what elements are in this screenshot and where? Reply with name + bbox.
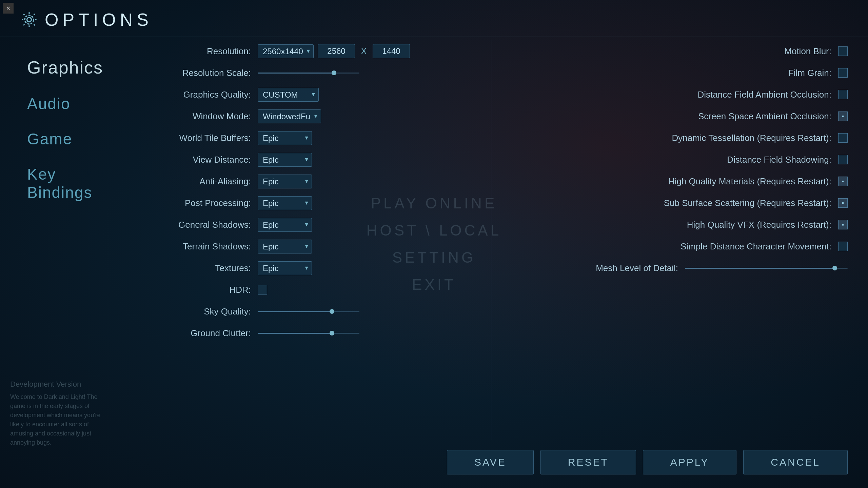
page-title: OPTIONS: [45, 9, 153, 30]
resolution-scale-fill: [258, 73, 334, 74]
world-tile-buffers-label: World Tile Buffers:: [136, 133, 251, 143]
graphics-quality-dropdown[interactable]: CUSTOM Low Medium High Epic: [258, 88, 319, 102]
dfs-checkbox[interactable]: [838, 155, 848, 164]
dfao-row: Distance Field Ambient Occlusion:: [506, 84, 848, 105]
resolution-dropdown-wrapper: 868x488 1920x1080 1280x720 ▼: [258, 44, 314, 58]
graphics-quality-dropdown-wrapper: CUSTOM Low Medium High Epic ▼: [258, 88, 319, 102]
dynamic-tessellation-label: Dynamic Tessellation (Requires Restart):: [672, 133, 831, 143]
sidebar-item-key-bindings[interactable]: Key Bindings: [27, 165, 102, 202]
mesh-lod-track[interactable]: [685, 268, 848, 269]
sky-quality-track[interactable]: [258, 311, 359, 312]
resolution-height-input[interactable]: [373, 44, 410, 58]
terrain-shadows-dropdown[interactable]: EpicHighMediumLow: [258, 240, 312, 253]
resolution-control: 868x488 1920x1080 1280x720 ▼ X: [258, 44, 410, 58]
resolution-x-separator: X: [361, 46, 367, 56]
save-button[interactable]: SAVE: [447, 450, 534, 474]
post-processing-row: Post Processing: EpicHighMediumLow ▼: [136, 192, 478, 214]
svg-point-0: [27, 18, 32, 22]
textures-row: Textures: EpicHighMediumLow ▼: [136, 257, 478, 279]
ground-clutter-label: Ground Clutter:: [136, 328, 251, 339]
simple-distance-checkbox[interactable]: [838, 242, 848, 251]
resolution-scale-label: Resolution Scale:: [136, 68, 251, 78]
close-icon: ✕: [6, 5, 11, 12]
world-tile-buffers-control: EpicHighMediumLow ▼: [258, 131, 312, 145]
ground-clutter-thumb[interactable]: [330, 331, 334, 336]
cancel-button[interactable]: CANCEL: [743, 450, 848, 474]
post-processing-control: EpicHighMediumLow ▼: [258, 196, 312, 210]
dfao-checkbox[interactable]: [838, 90, 848, 99]
sss-row: Sub Surface Scattering (Requires Restart…: [506, 192, 848, 214]
sidebar-item-audio[interactable]: Audio: [27, 95, 102, 113]
post-processing-dropdown-wrapper: EpicHighMediumLow ▼: [258, 196, 312, 210]
header: OPTIONS: [0, 0, 868, 37]
view-distance-control: EpicHighMediumLow ▼: [258, 153, 312, 167]
textures-control: EpicHighMediumLow ▼: [258, 261, 312, 275]
window-mode-dropdown-wrapper: WindowedFu Windowed Fullscreen ▼: [258, 109, 321, 123]
graphics-quality-label: Graphics Quality:: [136, 89, 251, 100]
settings-right-column: Motion Blur: Film Grain: Distance Field …: [492, 37, 868, 443]
simple-distance-label: Simple Distance Character Movement:: [680, 241, 831, 252]
ground-clutter-fill: [258, 333, 332, 334]
hdr-checkbox[interactable]: [258, 285, 267, 294]
hdr-label: HDR:: [136, 285, 251, 295]
post-processing-label: Post Processing:: [136, 198, 251, 208]
dynamic-tessellation-checkbox[interactable]: [838, 133, 848, 143]
view-distance-label: View Distance:: [136, 155, 251, 165]
motion-blur-checkbox[interactable]: [838, 46, 848, 56]
ssao-check-mark: ▪: [842, 113, 844, 120]
ssao-row: Screen Space Ambient Occlusion: ▪: [506, 105, 848, 127]
motion-blur-label: Motion Blur:: [784, 46, 831, 57]
window-mode-dropdown[interactable]: WindowedFu Windowed Fullscreen: [258, 109, 321, 123]
view-distance-row: View Distance: EpicHighMediumLow ▼: [136, 149, 478, 170]
ground-clutter-row: Ground Clutter:: [136, 322, 478, 344]
general-shadows-label: General Shadows:: [136, 220, 251, 230]
resolution-label: Resolution:: [136, 46, 251, 57]
dfao-label: Distance Field Ambient Occlusion:: [697, 89, 831, 100]
dfs-row: Distance Field Shadowing:: [506, 149, 848, 170]
anti-aliasing-row: Anti-Aliasing: EpicHighMediumLow ▼: [136, 170, 478, 192]
mesh-lod-row: Mesh Level of Detail:: [506, 257, 848, 279]
post-processing-dropdown[interactable]: EpicHighMediumLow: [258, 196, 312, 210]
graphics-quality-control: CUSTOM Low Medium High Epic ▼: [258, 88, 319, 102]
sky-quality-row: Sky Quality:: [136, 301, 478, 322]
resolution-width-input[interactable]: [318, 44, 355, 58]
hq-materials-check-mark: ▪: [842, 178, 844, 185]
hdr-row: HDR:: [136, 279, 478, 301]
textures-dropdown[interactable]: EpicHighMediumLow: [258, 261, 312, 275]
hq-materials-checkbox[interactable]: ▪: [838, 177, 848, 186]
film-grain-checkbox[interactable]: [838, 68, 848, 78]
simple-distance-row: Simple Distance Character Movement:: [506, 236, 848, 257]
reset-button[interactable]: RESET: [540, 450, 636, 474]
sss-checkbox[interactable]: ▪: [838, 198, 848, 208]
mesh-lod-label: Mesh Level of Detail:: [596, 263, 678, 273]
hq-materials-label: High Quality Materials (Requires Restart…: [668, 176, 831, 187]
ssao-checkbox[interactable]: ▪: [838, 111, 848, 121]
textures-label: Textures:: [136, 263, 251, 273]
resolution-scale-track[interactable]: [258, 73, 359, 74]
sky-quality-thumb[interactable]: [330, 309, 334, 314]
world-tile-buffers-row: World Tile Buffers: EpicHighMediumLow ▼: [136, 127, 478, 149]
sidebar-item-graphics[interactable]: Graphics: [27, 57, 102, 78]
mesh-lod-control: [685, 268, 848, 269]
window-close-button[interactable]: ✕: [3, 3, 14, 14]
mesh-lod-thumb[interactable]: [832, 266, 837, 270]
apply-button[interactable]: APPLY: [643, 450, 737, 474]
anti-aliasing-label: Anti-Aliasing:: [136, 176, 251, 187]
sidebar-item-game[interactable]: Game: [27, 130, 102, 148]
anti-aliasing-dropdown[interactable]: EpicHighMediumLow: [258, 175, 312, 188]
ground-clutter-track[interactable]: [258, 333, 359, 334]
ground-clutter-control: [258, 333, 359, 334]
resolution-dropdown[interactable]: 868x488 1920x1080 1280x720: [258, 44, 314, 58]
view-distance-dropdown[interactable]: EpicHighMediumLow: [258, 153, 312, 167]
svg-point-1: [25, 15, 34, 24]
terrain-shadows-label: Terrain Shadows:: [136, 241, 251, 252]
terrain-shadows-row: Terrain Shadows: EpicHighMediumLow ▼: [136, 236, 478, 257]
anti-aliasing-dropdown-wrapper: EpicHighMediumLow ▼: [258, 175, 312, 188]
general-shadows-dropdown[interactable]: EpicHighMediumLow: [258, 218, 312, 232]
terrain-shadows-control: EpicHighMediumLow ▼: [258, 240, 312, 253]
hq-vfx-checkbox[interactable]: ▪: [838, 220, 848, 229]
film-grain-row: Film Grain:: [506, 62, 848, 84]
world-tile-buffers-dropdown[interactable]: EpicHighMediumLow: [258, 131, 312, 145]
dynamic-tessellation-row: Dynamic Tessellation (Requires Restart):: [506, 127, 848, 149]
resolution-scale-thumb[interactable]: [332, 70, 336, 75]
